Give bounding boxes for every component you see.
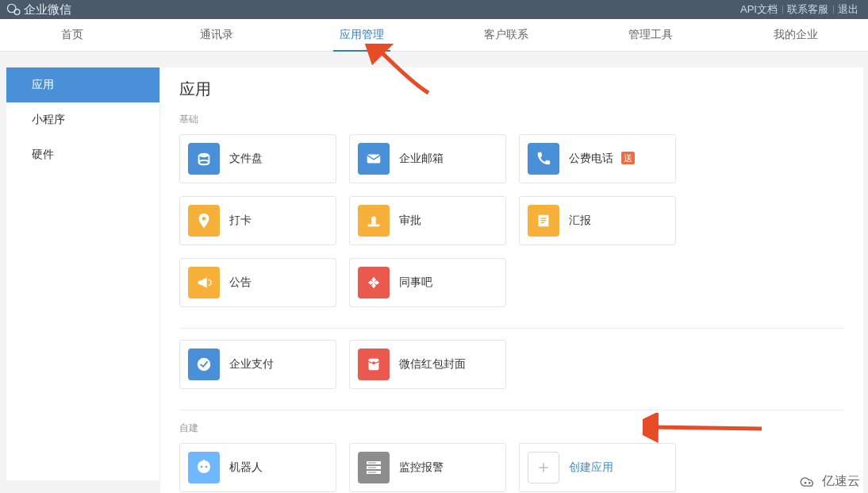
app-name: 公费电话 xyxy=(569,152,613,164)
svg-rect-23 xyxy=(368,472,376,473)
app-card-redpacket[interactable]: 微信红包封面 xyxy=(349,340,506,389)
people-icon xyxy=(358,267,390,298)
robot-icon xyxy=(188,452,220,483)
app-name: 文件盘 xyxy=(229,152,263,166)
extra-apps-grid: 企业支付 微信红包封面 xyxy=(179,340,844,389)
svg-rect-9 xyxy=(540,220,546,221)
svg-point-2 xyxy=(199,153,209,158)
mail-icon xyxy=(358,143,390,175)
sidebar-item-apps[interactable]: 应用 xyxy=(6,67,159,102)
svg-point-24 xyxy=(805,482,807,484)
main-area: 应用 小程序 硬件 应用 基础 文件盘 企业邮箱 xyxy=(0,52,868,493)
svg-point-1 xyxy=(14,10,20,15)
create-app-label: 创建应用 xyxy=(569,460,613,475)
app-card-create[interactable]: 创建应用 xyxy=(519,443,676,492)
app-card-phone[interactable]: 公费电话 送 xyxy=(519,134,676,183)
cloud-icon xyxy=(798,475,819,489)
app-card-announce[interactable]: 公告 xyxy=(179,258,336,307)
svg-rect-21 xyxy=(368,463,376,464)
nav-app-management[interactable]: 应用管理 xyxy=(290,19,434,51)
custom-apps-grid: 机器人 监控报警 创建应用 xyxy=(179,443,844,492)
app-card-mail[interactable]: 企业邮箱 xyxy=(349,134,506,183)
watermark: 亿速云 xyxy=(798,473,860,490)
app-name: 汇报 xyxy=(569,214,591,228)
divider xyxy=(179,410,844,410)
sidebar: 应用 小程序 硬件 xyxy=(6,67,160,480)
nav-contacts[interactable]: 通讯录 xyxy=(144,19,289,51)
nav-my-org[interactable]: 我的企业 xyxy=(724,19,868,51)
wechat-work-logo-icon xyxy=(6,2,21,17)
svg-rect-22 xyxy=(368,468,376,468)
svg-rect-4 xyxy=(367,155,381,164)
page-title: 应用 xyxy=(179,79,844,100)
svg-point-11 xyxy=(198,358,211,372)
app-name: 审批 xyxy=(399,214,421,228)
brand-name: 企业微信 xyxy=(24,2,71,17)
divider xyxy=(179,328,844,329)
content: 应用 基础 文件盘 企业邮箱 公费电话 xyxy=(160,67,863,493)
red-packet-icon xyxy=(358,349,390,380)
link-logout[interactable]: 退出 xyxy=(833,2,863,17)
app-card-robot[interactable]: 机器人 xyxy=(179,443,336,492)
app-card-report[interactable]: 汇报 xyxy=(519,196,676,245)
watermark-text: 亿速云 xyxy=(822,473,860,490)
sidebar-item-miniprograms[interactable]: 小程序 xyxy=(6,102,159,137)
svg-point-13 xyxy=(372,361,375,364)
location-pin-icon xyxy=(188,205,220,237)
app-card-monitor[interactable]: 监控报警 xyxy=(349,443,506,492)
stamp-icon xyxy=(358,205,390,237)
app-name: 公告 xyxy=(229,275,252,290)
svg-point-25 xyxy=(808,482,811,484)
section-label-custom: 自建 xyxy=(179,422,844,435)
app-name: 企业邮箱 xyxy=(399,152,444,166)
nav-customer[interactable]: 客户联系 xyxy=(434,19,578,51)
svg-point-5 xyxy=(202,217,206,221)
pay-icon xyxy=(188,349,220,380)
svg-rect-17 xyxy=(203,460,205,462)
section-label-basic: 基础 xyxy=(179,113,844,126)
svg-point-16 xyxy=(205,466,208,468)
phone-icon xyxy=(528,143,559,175)
app-name: 机器人 xyxy=(229,460,263,475)
app-card-approval[interactable]: 审批 xyxy=(349,196,506,245)
link-api-docs[interactable]: API文档 xyxy=(735,2,782,17)
app-name: 打卡 xyxy=(229,214,252,228)
svg-rect-8 xyxy=(540,218,546,218)
app-name-wrap: 公费电话 送 xyxy=(569,152,635,166)
gift-badge: 送 xyxy=(621,152,635,164)
sidebar-item-hardware[interactable]: 硬件 xyxy=(6,137,159,172)
nav-tools[interactable]: 管理工具 xyxy=(578,19,723,51)
svg-point-3 xyxy=(199,160,209,165)
app-name: 微信红包封面 xyxy=(399,357,466,372)
topbar: 企业微信 API文档 联系客服 退出 xyxy=(0,0,868,19)
app-card-drive[interactable]: 文件盘 xyxy=(179,134,336,183)
app-card-colleague[interactable]: 同事吧 xyxy=(349,258,506,307)
link-contact-support[interactable]: 联系客服 xyxy=(782,2,833,17)
svg-rect-6 xyxy=(368,225,380,227)
svg-point-14 xyxy=(198,460,210,473)
app-name: 监控报警 xyxy=(399,460,444,475)
app-name: 同事吧 xyxy=(399,275,432,290)
megaphone-icon xyxy=(188,267,220,298)
nav-home[interactable]: 首页 xyxy=(0,19,144,51)
app-card-checkin[interactable]: 打卡 xyxy=(179,196,336,245)
drive-icon xyxy=(188,143,220,175)
svg-rect-10 xyxy=(540,222,544,223)
app-name: 企业支付 xyxy=(229,357,274,372)
main-nav: 首页 通讯录 应用管理 客户联系 管理工具 我的企业 xyxy=(0,19,868,52)
server-icon xyxy=(358,452,390,483)
plus-icon xyxy=(528,452,559,483)
basic-apps-grid: 文件盘 企业邮箱 公费电话 送 xyxy=(179,134,844,307)
svg-point-15 xyxy=(201,466,203,468)
document-icon xyxy=(528,205,559,237)
app-card-pay[interactable]: 企业支付 xyxy=(179,340,336,389)
